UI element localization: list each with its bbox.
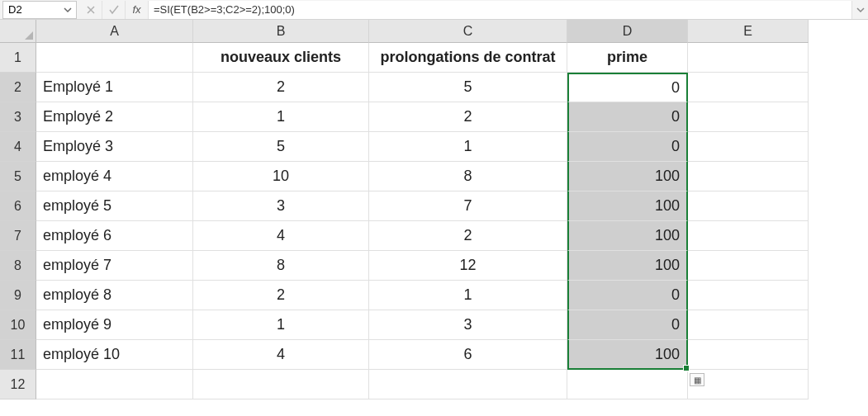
- cell-D10[interactable]: 0: [567, 310, 688, 340]
- row-header-5[interactable]: 5: [0, 162, 36, 191]
- cell-B1[interactable]: nouveaux clients: [193, 43, 369, 73]
- cell-D7[interactable]: 100: [567, 221, 688, 251]
- cell-B9[interactable]: 2: [193, 281, 369, 310]
- cell-D5[interactable]: 100: [567, 162, 688, 191]
- cell-A4[interactable]: Employé 3: [36, 132, 193, 162]
- cell-E4[interactable]: [688, 132, 809, 162]
- cell-A7[interactable]: employé 6: [36, 221, 193, 251]
- spreadsheet-grid: A B C D E 1 nouveaux clients prolongatio…: [0, 20, 868, 399]
- cell-A1[interactable]: [36, 43, 193, 73]
- cell-C9[interactable]: 1: [369, 281, 567, 310]
- cell-D11-value: 100: [655, 346, 680, 363]
- cell-C11[interactable]: 6: [369, 340, 567, 370]
- cell-E2[interactable]: [688, 73, 809, 102]
- col-header-B[interactable]: B: [193, 20, 369, 43]
- fx-icon[interactable]: fx: [126, 1, 149, 19]
- row-header-9[interactable]: 9: [0, 281, 36, 310]
- col-header-C[interactable]: C: [369, 20, 567, 43]
- cell-C2[interactable]: 5: [369, 73, 567, 102]
- cell-E6[interactable]: [688, 191, 809, 221]
- chevron-down-icon[interactable]: [61, 3, 74, 17]
- cell-E8[interactable]: [688, 251, 809, 281]
- cell-D2[interactable]: 0: [567, 73, 688, 102]
- formula-bar: D2 fx: [0, 0, 868, 20]
- fill-handle[interactable]: [683, 365, 690, 371]
- row-header-8[interactable]: 8: [0, 251, 36, 281]
- cell-C10[interactable]: 3: [369, 310, 567, 340]
- col-header-A[interactable]: A: [36, 20, 193, 43]
- cell-D3[interactable]: 0: [567, 102, 688, 132]
- cell-A3[interactable]: Employé 2: [36, 102, 193, 132]
- cell-E7[interactable]: [688, 221, 809, 251]
- cell-A9[interactable]: employé 8: [36, 281, 193, 310]
- row-header-10[interactable]: 10: [0, 310, 36, 340]
- cell-B11[interactable]: 4: [193, 340, 369, 370]
- row-header-1[interactable]: 1: [0, 43, 36, 73]
- row-header-4[interactable]: 4: [0, 132, 36, 162]
- cell-E5[interactable]: [688, 162, 809, 191]
- cell-C6[interactable]: 7: [369, 191, 567, 221]
- cell-E11[interactable]: [688, 340, 809, 370]
- cell-B12[interactable]: [193, 370, 369, 399]
- cell-D1[interactable]: prime: [567, 43, 688, 73]
- cell-A11[interactable]: employé 10: [36, 340, 193, 370]
- cell-B6[interactable]: 3: [193, 191, 369, 221]
- cell-C3[interactable]: 2: [369, 102, 567, 132]
- col-header-D[interactable]: D: [567, 20, 688, 43]
- cell-E12[interactable]: [688, 370, 809, 399]
- cell-A5[interactable]: employé 4: [36, 162, 193, 191]
- col-header-E[interactable]: E: [688, 20, 809, 43]
- cell-A12[interactable]: [36, 370, 193, 399]
- cell-B4[interactable]: 5: [193, 132, 369, 162]
- cell-B7[interactable]: 4: [193, 221, 369, 251]
- cell-E1[interactable]: [688, 43, 809, 73]
- cell-D6[interactable]: 100: [567, 191, 688, 221]
- enter-icon[interactable]: [102, 1, 126, 19]
- name-box[interactable]: D2: [2, 1, 77, 19]
- cell-B5[interactable]: 10: [193, 162, 369, 191]
- cell-A10[interactable]: employé 9: [36, 310, 193, 340]
- formula-input[interactable]: [149, 1, 851, 19]
- cell-C8[interactable]: 12: [369, 251, 567, 281]
- cell-D12[interactable]: [567, 370, 688, 399]
- cell-A8[interactable]: employé 7: [36, 251, 193, 281]
- cell-A2[interactable]: Employé 1: [36, 73, 193, 102]
- cell-B8[interactable]: 8: [193, 251, 369, 281]
- paste-options-icon[interactable]: ▦: [690, 373, 704, 386]
- cell-E10[interactable]: [688, 310, 809, 340]
- row-header-11[interactable]: 11: [0, 340, 36, 370]
- cell-D9[interactable]: 0: [567, 281, 688, 310]
- cell-C12[interactable]: [369, 370, 567, 399]
- cell-E9[interactable]: [688, 281, 809, 310]
- cell-D11[interactable]: 100 ▦: [567, 340, 688, 370]
- name-box-value: D2: [8, 3, 22, 16]
- cell-A6[interactable]: employé 5: [36, 191, 193, 221]
- formula-expand-icon[interactable]: [851, 1, 868, 19]
- cell-D4[interactable]: 0: [567, 132, 688, 162]
- row-header-12[interactable]: 12: [0, 370, 36, 399]
- cell-C1[interactable]: prolongations de contrat: [369, 43, 567, 73]
- cell-C5[interactable]: 8: [369, 162, 567, 191]
- row-header-7[interactable]: 7: [0, 221, 36, 251]
- row-header-2[interactable]: 2: [0, 73, 36, 102]
- cell-B2[interactable]: 2: [193, 73, 369, 102]
- cancel-icon[interactable]: [79, 1, 102, 19]
- cell-C7[interactable]: 2: [369, 221, 567, 251]
- cell-B3[interactable]: 1: [193, 102, 369, 132]
- row-header-3[interactable]: 3: [0, 102, 36, 132]
- row-header-6[interactable]: 6: [0, 191, 36, 221]
- select-all-corner[interactable]: [0, 20, 36, 43]
- cell-B10[interactable]: 1: [193, 310, 369, 340]
- cell-D8[interactable]: 100: [567, 251, 688, 281]
- cell-C4[interactable]: 1: [369, 132, 567, 162]
- cell-E3[interactable]: [688, 102, 809, 132]
